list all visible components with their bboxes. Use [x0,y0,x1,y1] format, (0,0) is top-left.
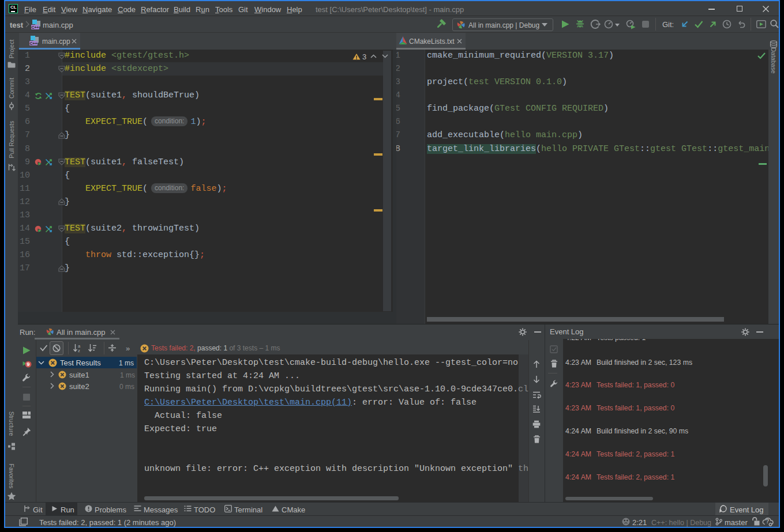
svg-text:C++: C++ [31,25,39,29]
svg-text:?: ? [766,518,769,525]
svg-text:C++: C++ [29,41,37,46]
svg-text:9: 9 [27,361,29,367]
svg-text:z: z [78,348,80,353]
